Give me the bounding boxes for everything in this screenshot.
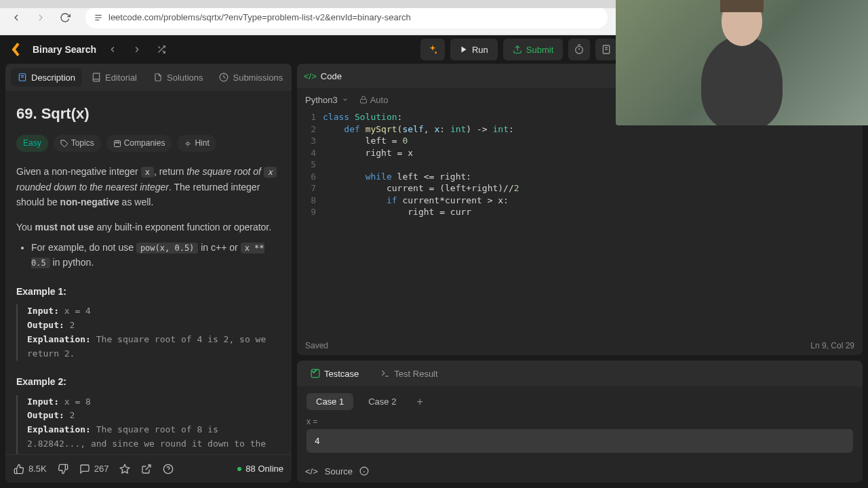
tab-submissions-label: Submissions: [233, 73, 283, 83]
svg-marker-7: [461, 47, 466, 53]
desc-paragraph-2: You must not use any built-in exponent f…: [16, 220, 281, 235]
tab-solutions[interactable]: Solutions: [146, 68, 210, 87]
code-lines[interactable]: class Solution: def mySqrt(self, x: int)…: [323, 111, 863, 336]
online-dot-icon: [237, 467, 241, 471]
svg-rect-19: [114, 140, 120, 146]
source-help-icon[interactable]: [359, 466, 369, 476]
add-case-button[interactable]: +: [411, 396, 428, 408]
companies-tag[interactable]: Companies: [106, 135, 172, 152]
tab-editorial[interactable]: Editorial: [85, 68, 144, 87]
like-button[interactable]: 8.5K: [14, 464, 47, 474]
topics-tag[interactable]: Topics: [54, 135, 101, 152]
tab-solutions-label: Solutions: [167, 73, 203, 83]
svg-rect-21: [118, 142, 119, 143]
run-label: Run: [472, 45, 488, 55]
description-panel: Description Editorial Solutions Submissi…: [5, 64, 292, 483]
description-footer: 8.5K 267: [5, 454, 292, 483]
case-body: x = 4: [297, 417, 863, 453]
difficulty-badge: Easy: [16, 135, 48, 152]
language-select[interactable]: Python3: [305, 95, 349, 105]
code-editor[interactable]: 1 2 3 4 5 6 7 8 9 class Solution: def my…: [297, 111, 863, 336]
case-tab-1[interactable]: Case 1: [307, 393, 353, 410]
problem-list-name[interactable]: Binary Search: [33, 44, 96, 55]
example-1-label: Example 1:: [16, 284, 281, 299]
svg-point-9: [576, 46, 583, 54]
hint-tag[interactable]: Hint: [177, 135, 216, 152]
online-count: 88 Online: [237, 464, 283, 474]
notes-button[interactable]: [595, 39, 617, 60]
cursor-position: Ln 9, Col 29: [810, 341, 854, 350]
url-bar[interactable]: leetcode.com/problems/sqrtx/?envType=pro…: [85, 7, 608, 28]
saved-status: Saved: [305, 341, 328, 350]
svg-rect-20: [115, 142, 117, 143]
example-2-label: Example 2:: [16, 374, 281, 389]
shuffle-button[interactable]: [153, 41, 170, 58]
code-angle-icon: </>: [304, 71, 317, 81]
tab-description[interactable]: Description: [11, 68, 82, 87]
problem-title: 69. Sqrt(x): [16, 102, 281, 125]
description-body[interactable]: 69. Sqrt(x) Easy Topics Companies Hint: [5, 91, 292, 454]
back-button[interactable]: [7, 8, 26, 27]
case-tab-2[interactable]: Case 2: [359, 393, 406, 410]
webcam-person: [701, 36, 783, 126]
prev-problem-button[interactable]: [104, 41, 121, 58]
help-button[interactable]: [163, 464, 174, 474]
dislike-button[interactable]: [58, 464, 68, 474]
panel-tabs: Description Editorial Solutions Submissi…: [5, 64, 292, 91]
timer-button[interactable]: [568, 39, 590, 60]
source-angle-icon: </>: [305, 466, 318, 476]
svg-marker-23: [121, 464, 130, 473]
submit-label: Submit: [526, 45, 553, 55]
svg-line-24: [146, 465, 151, 470]
desc-paragraph-1: Given a non-negative integer x, return t…: [16, 164, 281, 209]
svg-line-5: [159, 46, 161, 48]
url-text: leetcode.com/problems/sqrtx/?envType=pro…: [108, 12, 411, 22]
code-footer: Saved Ln 9, Col 29: [297, 336, 863, 355]
tab-description-label: Description: [31, 73, 75, 83]
tab-editorial-label: Editorial: [105, 73, 137, 83]
case-var-label: x =: [307, 417, 853, 426]
star-button[interactable]: [119, 464, 130, 474]
comments-button[interactable]: 267: [79, 464, 109, 474]
case-tabs: Case 1 Case 2 +: [297, 386, 863, 417]
tab-testcase[interactable]: Testcase: [304, 365, 366, 382]
svg-point-6: [435, 52, 437, 54]
gutter: 1 2 3 4 5 6 7 8 9: [297, 111, 323, 336]
reload-button[interactable]: [56, 8, 75, 27]
source-label[interactable]: Source: [325, 466, 353, 476]
svg-rect-27: [360, 100, 366, 104]
auto-toggle[interactable]: Auto: [359, 95, 389, 105]
case-input[interactable]: 4: [307, 429, 853, 453]
forward-button[interactable]: [31, 8, 50, 27]
run-button[interactable]: Run: [450, 39, 498, 60]
tags-row: Easy Topics Companies Hint: [16, 135, 281, 152]
svg-point-22: [186, 142, 189, 145]
test-header: Testcase Test Result: [297, 361, 863, 386]
submit-button[interactable]: Submit: [503, 39, 563, 60]
code-header-label: Code: [321, 71, 342, 81]
webcam-overlay: [616, 0, 868, 125]
example-2-block: Input: x = 8 Output: 2 Explanation: The …: [16, 395, 281, 454]
test-footer: </> Source: [297, 460, 863, 483]
ai-sparkle-button[interactable]: [420, 39, 445, 60]
example-1-block: Input: x = 4 Output: 2 Explanation: The …: [16, 304, 281, 361]
share-button[interactable]: [141, 464, 152, 474]
site-settings-icon[interactable]: [94, 13, 103, 22]
next-problem-button[interactable]: [129, 41, 145, 58]
desc-list: For example, do not use pow(x, 0.5) in c…: [16, 240, 281, 270]
leetcode-logo-icon[interactable]: [8, 41, 24, 58]
tab-submissions[interactable]: Submissions: [212, 68, 290, 87]
tab-test-result[interactable]: Test Result: [374, 365, 444, 382]
testcase-panel: Testcase Test Result Case 1 Case 2 + x =…: [297, 361, 863, 483]
